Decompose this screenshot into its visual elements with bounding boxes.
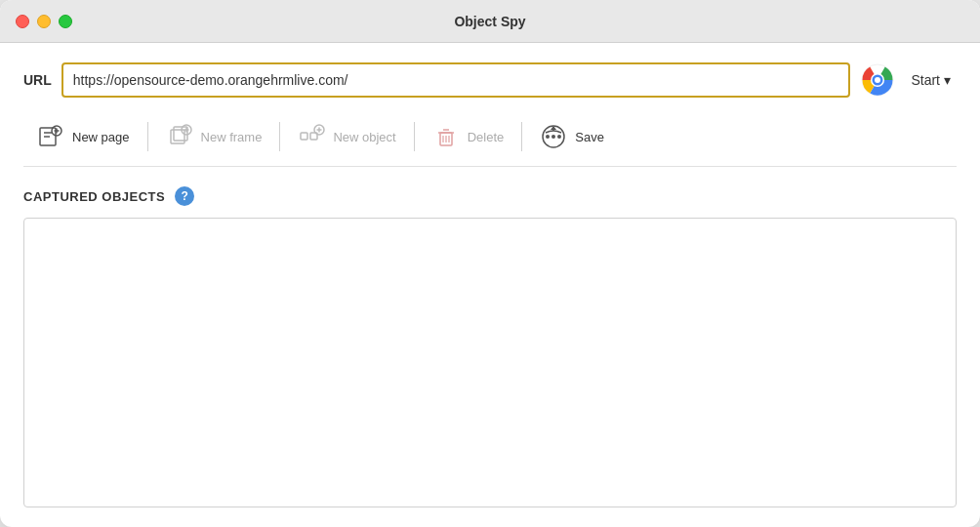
svg-point-4 bbox=[875, 77, 880, 83]
new-page-label: New page bbox=[72, 130, 130, 144]
new-frame-label: New frame bbox=[201, 130, 263, 144]
help-label: ? bbox=[182, 189, 188, 203]
title-bar: Object Spy bbox=[0, 0, 980, 43]
new-page-button[interactable]: New page bbox=[23, 117, 143, 156]
delete-button[interactable]: Delete bbox=[419, 117, 518, 156]
start-label: Start bbox=[911, 72, 940, 88]
svg-rect-12 bbox=[174, 127, 187, 141]
save-button[interactable]: Save bbox=[526, 117, 618, 156]
help-button[interactable]: ? bbox=[175, 186, 194, 206]
separator-1 bbox=[147, 122, 148, 151]
svg-point-29 bbox=[551, 135, 555, 139]
save-icon bbox=[540, 123, 567, 150]
window-controls bbox=[16, 15, 72, 28]
save-label: Save bbox=[575, 130, 604, 144]
new-object-label: New object bbox=[333, 130, 395, 144]
url-input[interactable] bbox=[61, 62, 851, 98]
minimize-button[interactable] bbox=[37, 15, 51, 28]
main-window: Object Spy URL bbox=[0, 0, 980, 527]
new-frame-button[interactable]: New frame bbox=[152, 117, 276, 156]
separator-2 bbox=[279, 122, 280, 151]
dropdown-arrow-icon: ▾ bbox=[944, 72, 951, 88]
url-row: URL bbox=[23, 62, 957, 98]
chrome-icon bbox=[860, 62, 895, 98]
new-object-icon bbox=[298, 123, 325, 150]
separator-3 bbox=[414, 122, 415, 151]
new-object-button[interactable]: New object bbox=[284, 117, 409, 156]
section-title: CAPTURED OBJECTS bbox=[23, 189, 165, 204]
separator-4 bbox=[521, 122, 522, 151]
close-button[interactable] bbox=[16, 15, 29, 28]
section-header: CAPTURED OBJECTS ? bbox=[23, 186, 957, 206]
svg-rect-16 bbox=[301, 133, 307, 140]
window-title: Object Spy bbox=[454, 14, 525, 29]
delete-icon bbox=[432, 123, 460, 150]
url-label: URL bbox=[23, 72, 52, 88]
captured-objects-container bbox=[23, 218, 957, 507]
start-button[interactable]: Start ▾ bbox=[905, 68, 957, 92]
toolbar: New page New frame bbox=[23, 117, 957, 167]
maximize-button[interactable] bbox=[59, 15, 72, 28]
content-area: URL bbox=[0, 43, 980, 527]
new-page-icon bbox=[37, 123, 64, 150]
svg-point-30 bbox=[557, 135, 561, 139]
svg-point-28 bbox=[546, 135, 550, 139]
new-frame-icon bbox=[166, 123, 193, 150]
delete-label: Delete bbox=[468, 130, 505, 144]
